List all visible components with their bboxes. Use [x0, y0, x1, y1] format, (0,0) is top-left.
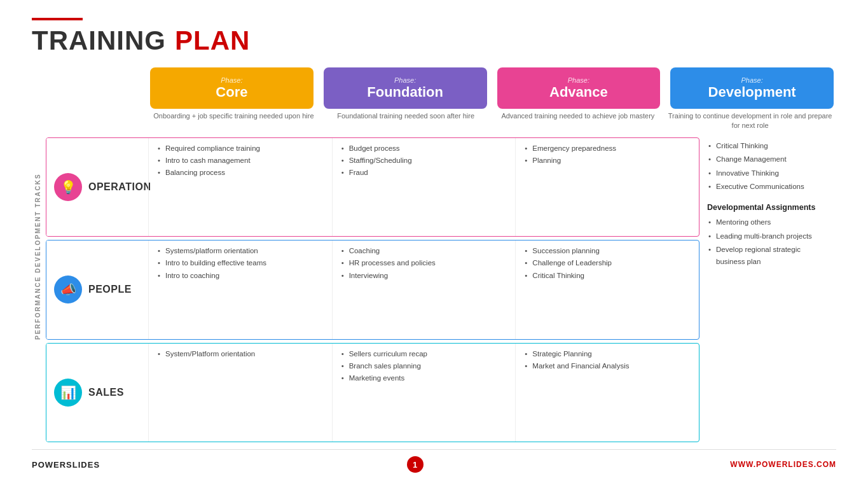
- phase-core: Phase: Core: [150, 67, 313, 109]
- dev-assignments-list: Mentoring others Leading multi-branch pr…: [707, 216, 831, 267]
- footer: POWERSLIDES 1 WWW.POWERLIDES.COM: [32, 449, 836, 475]
- sales-label: SALES: [88, 387, 124, 398]
- main-content: PERFORMANCE DEVELOPMENT TRACKS Phase: Co…: [32, 67, 836, 445]
- list-item: Planning: [523, 155, 691, 166]
- people-icon: 📣: [60, 282, 76, 297]
- phase-development-label: Phase:: [741, 76, 763, 84]
- people-core-list: Systems/platform orientation Intro to bu…: [156, 246, 324, 281]
- list-item: Intro to coaching: [156, 270, 324, 281]
- desc-area: Onboarding + job specific training neede…: [46, 109, 836, 134]
- phase-core-label: Phase:: [221, 76, 242, 84]
- content-body: 💡 OPERATION Required compliance training…: [46, 137, 836, 445]
- vertical-label: PERFORMANCE DEVELOPMENT TRACKS: [32, 67, 43, 445]
- list-item: Staffing/Scheduling: [340, 155, 508, 166]
- phases-wrap: Phase: Core Phase: Foundation Phase: Adv…: [148, 67, 836, 109]
- operation-core-cell: Required compliance training Intro to ca…: [148, 138, 332, 236]
- list-item: Budget process: [340, 143, 508, 154]
- page: TRAINING PLAN PERFORMANCE DEVELOPMENT TR…: [0, 0, 868, 488]
- list-item: Balancing process: [156, 167, 324, 178]
- phase-advance-name: Advance: [549, 84, 608, 101]
- list-item: Develop regional strategic business plan: [707, 244, 831, 267]
- people-icon-circle: 📣: [54, 275, 82, 303]
- sales-core-cell: System/Platform orientation: [148, 344, 332, 442]
- operation-advance-list: Emergency preparedness Planning: [523, 143, 691, 167]
- phase-advance: Phase: Advance: [497, 67, 661, 109]
- footer-right: WWW.POWERLIDES.COM: [730, 460, 836, 469]
- desc-core: Onboarding + job specific training neede…: [148, 109, 320, 134]
- operation-label: OPERATION: [88, 181, 151, 193]
- list-item: HR processes and policies: [340, 258, 508, 268]
- operation-foundation-cell: Budget process Staffing/Scheduling Fraud: [332, 138, 516, 236]
- track-icon-operation: 💡 OPERATION: [46, 138, 148, 236]
- people-foundation-cell: Coaching HR processes and policies Inter…: [332, 241, 516, 338]
- desc-foundation: Foundational training needed soon after …: [320, 109, 492, 134]
- people-advance-list: Succession planning Challenge of Leaders…: [523, 246, 691, 281]
- phase-development-name: Development: [708, 84, 796, 101]
- people-advance-cell: Succession planning Challenge of Leaders…: [515, 241, 699, 338]
- table-wrapper: Phase: Core Phase: Foundation Phase: Adv…: [46, 67, 836, 445]
- phase-foundation: Phase: Foundation: [324, 67, 487, 109]
- sales-foundation-cell: Sellers curriculum recap Branch sales pl…: [332, 344, 516, 442]
- right-dev-panel: Critical Thinking Change Management Inno…: [699, 137, 836, 445]
- people-label: PEOPLE: [88, 284, 132, 295]
- list-item: Intro to cash management: [156, 155, 324, 166]
- phase-core-name: Core: [216, 84, 247, 101]
- list-item: Critical Thinking: [707, 140, 831, 151]
- sales-advance-list: Strategic Planning Market and Financial …: [523, 349, 691, 372]
- list-item: Succession planning: [523, 246, 691, 256]
- operation-data-cells: Required compliance training Intro to ca…: [148, 138, 699, 236]
- list-item: Strategic Planning: [523, 349, 691, 359]
- operation-core-list: Required compliance training Intro to ca…: [156, 143, 324, 179]
- phase-spacer: [46, 67, 148, 109]
- sales-icon-circle: 📊: [54, 379, 82, 407]
- phase-development: Phase: Development: [670, 67, 834, 109]
- list-item: Leading multi-branch projects: [707, 230, 831, 242]
- track-row-people: 📣 PEOPLE Systems/platform orientation In…: [46, 240, 699, 339]
- list-item: Challenge of Leadership: [523, 258, 691, 268]
- sales-data-cells: System/Platform orientation Sellers curr…: [148, 344, 699, 442]
- operation-icon: 💡: [60, 179, 76, 195]
- people-core-cell: Systems/platform orientation Intro to bu…: [148, 241, 332, 338]
- header-line: [32, 18, 83, 20]
- track-icon-sales: 📊 SALES: [46, 344, 148, 442]
- track-row-operation: 💡 OPERATION Required compliance training…: [46, 137, 699, 237]
- phase-foundation-label: Phase:: [394, 76, 416, 84]
- list-item: Market and Financial Analysis: [523, 361, 691, 372]
- list-item: Marketing events: [340, 373, 508, 384]
- desc-wrap: Onboarding + job specific training neede…: [148, 109, 836, 134]
- operation-icon-circle: 💡: [54, 173, 82, 201]
- list-item: Required compliance training: [156, 143, 324, 154]
- people-foundation-list: Coaching HR processes and policies Inter…: [340, 246, 508, 281]
- dev-assignments-header: Developmental Assignments: [707, 201, 831, 214]
- list-item: Coaching: [340, 246, 508, 256]
- operation-advance-cell: Emergency preparedness Planning: [515, 138, 699, 236]
- title-plan: PLAN: [175, 25, 250, 56]
- desc-advance: Advanced training needed to achieve job …: [492, 109, 665, 134]
- left-tracks: 💡 OPERATION Required compliance training…: [46, 137, 699, 445]
- list-item: System/Platform orientation: [156, 349, 324, 359]
- list-item: Branch sales planning: [340, 361, 508, 372]
- footer-left: POWERSLIDES: [32, 460, 100, 470]
- list-item: Mentoring others: [707, 216, 831, 228]
- list-item: Fraud: [340, 167, 508, 178]
- list-item: Emergency preparedness: [523, 143, 691, 154]
- list-item: Systems/platform orientation: [156, 246, 324, 256]
- phase-foundation-name: Foundation: [367, 84, 443, 101]
- sales-core-list: System/Platform orientation: [156, 349, 324, 359]
- sales-foundation-list: Sellers curriculum recap Branch sales pl…: [340, 349, 508, 384]
- operation-foundation-list: Budget process Staffing/Scheduling Fraud: [340, 143, 508, 179]
- list-item: Change Management: [707, 153, 831, 165]
- track-icon-people: 📣 PEOPLE: [46, 241, 148, 338]
- title-training: TRAINING: [32, 25, 166, 56]
- phase-header-area: Phase: Core Phase: Foundation Phase: Adv…: [46, 67, 836, 109]
- sales-icon: 📊: [60, 385, 76, 400]
- desc-spacer: [46, 109, 148, 134]
- dev-items-list: Critical Thinking Change Management Inno…: [707, 140, 831, 193]
- title-row: TRAINING PLAN: [32, 25, 836, 56]
- sales-advance-cell: Strategic Planning Market and Financial …: [515, 344, 699, 442]
- list-item: Executive Communications: [707, 181, 831, 192]
- desc-development: Training to continue development in role…: [664, 109, 836, 134]
- footer-center: 1: [407, 456, 424, 473]
- list-item: Sellers curriculum recap: [340, 349, 508, 359]
- list-item: Interviewing: [340, 270, 508, 281]
